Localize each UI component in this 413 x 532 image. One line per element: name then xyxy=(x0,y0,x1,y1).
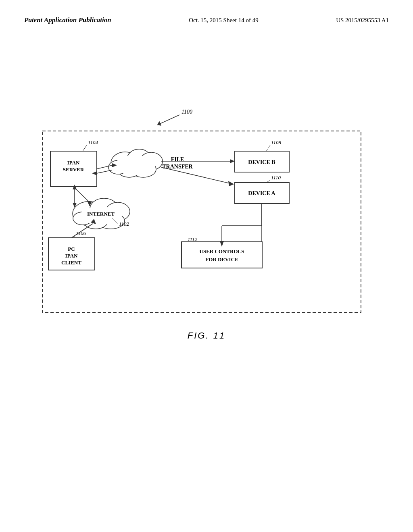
publication-title: Patent Application Publication xyxy=(24,16,111,24)
svg-text:INTERNET: INTERNET xyxy=(87,211,115,217)
publication-number: US 2015/0295553 A1 xyxy=(336,17,389,24)
svg-point-10 xyxy=(140,152,163,170)
svg-text:TRANSFER: TRANSFER xyxy=(162,164,193,170)
svg-marker-52 xyxy=(91,219,96,224)
svg-text:IPAN: IPAN xyxy=(67,160,80,166)
svg-text:CLIENT: CLIENT xyxy=(61,260,81,266)
svg-line-51 xyxy=(71,224,93,238)
svg-point-14 xyxy=(115,155,155,175)
svg-point-29 xyxy=(106,202,130,221)
svg-point-11 xyxy=(130,161,156,177)
svg-text:1100: 1100 xyxy=(181,109,192,115)
svg-marker-20 xyxy=(228,181,234,186)
svg-text:SERVER: SERVER xyxy=(63,166,84,172)
header: Patent Application Publication Oct. 15, … xyxy=(24,16,389,24)
publication-date: Oct. 15, 2015 Sheet 14 of 49 xyxy=(189,17,258,24)
svg-point-8 xyxy=(111,152,139,175)
svg-line-42 xyxy=(97,165,112,169)
svg-point-30 xyxy=(97,213,125,229)
svg-line-44 xyxy=(97,170,112,173)
svg-rect-4 xyxy=(50,151,97,187)
svg-marker-40 xyxy=(73,185,77,189)
svg-point-9 xyxy=(127,149,151,169)
svg-marker-41 xyxy=(73,203,77,208)
svg-marker-37 xyxy=(87,201,92,206)
svg-marker-18 xyxy=(230,159,235,163)
svg-text:FOR  DEVICE: FOR DEVICE xyxy=(205,256,238,262)
svg-text:DEVICE  B: DEVICE B xyxy=(248,159,275,165)
svg-marker-43 xyxy=(112,163,117,167)
svg-marker-62 xyxy=(220,241,224,247)
patent-page: Patent Application Publication Oct. 15, … xyxy=(0,0,413,532)
svg-text:IPAN: IPAN xyxy=(65,253,78,259)
svg-text:DEVICE  A: DEVICE A xyxy=(248,190,275,196)
svg-line-0 xyxy=(157,115,179,125)
svg-line-38 xyxy=(73,187,87,201)
svg-point-28 xyxy=(90,198,118,219)
svg-marker-1 xyxy=(157,121,161,126)
svg-text:PC: PC xyxy=(68,246,75,252)
svg-rect-21 xyxy=(235,151,289,172)
svg-point-33 xyxy=(80,207,122,224)
svg-point-27 xyxy=(73,202,105,226)
svg-point-12 xyxy=(118,163,140,177)
svg-text:1102: 1102 xyxy=(119,221,129,227)
svg-text:1108: 1108 xyxy=(271,139,282,145)
svg-text:1104: 1104 xyxy=(88,139,98,145)
svg-marker-45 xyxy=(92,171,97,175)
svg-point-32 xyxy=(73,212,92,225)
svg-text:1106: 1106 xyxy=(76,230,86,236)
svg-line-36 xyxy=(73,187,89,202)
svg-line-19 xyxy=(161,167,230,183)
svg-rect-24 xyxy=(235,183,289,204)
svg-point-13 xyxy=(108,160,128,174)
svg-point-31 xyxy=(83,214,108,229)
svg-rect-53 xyxy=(181,242,262,268)
svg-rect-3 xyxy=(42,131,361,312)
svg-text:FILE: FILE xyxy=(171,156,184,162)
svg-text:1112: 1112 xyxy=(188,236,198,242)
svg-text:USER  CONTROLS: USER CONTROLS xyxy=(200,248,244,254)
svg-text:1110: 1110 xyxy=(271,175,281,181)
svg-rect-46 xyxy=(48,238,95,270)
svg-text:FIG.   11: FIG. 11 xyxy=(188,330,225,341)
diagram-svg: 1100 IPAN SERVER 1104 FILE TRANSFER DEVI… xyxy=(0,0,413,532)
